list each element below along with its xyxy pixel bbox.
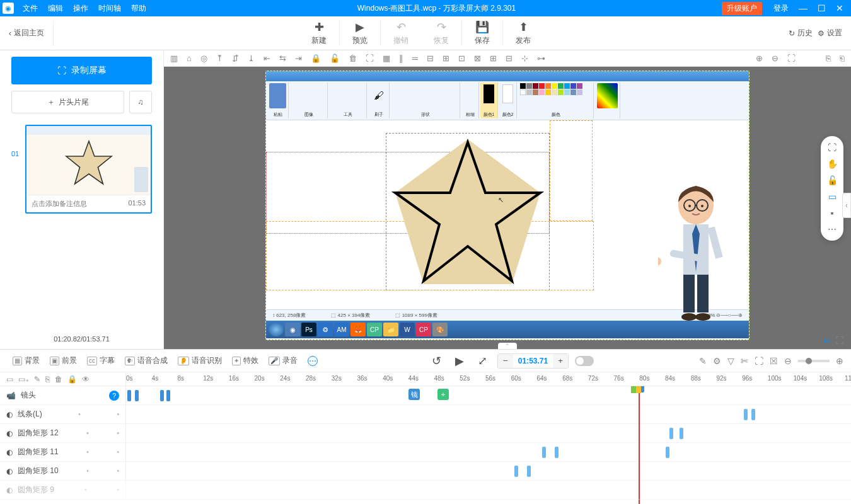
- rewind-button[interactable]: ↺: [428, 354, 445, 368]
- dist4-icon[interactable]: ⊠: [474, 54, 481, 63]
- spacing-v-icon[interactable]: ═: [412, 54, 418, 63]
- add-marker[interactable]: +: [437, 389, 449, 400]
- menu-action[interactable]: 操作: [68, 3, 93, 14]
- clip[interactable]: [555, 447, 559, 458]
- clip[interactable]: [669, 428, 673, 439]
- clip[interactable]: [666, 447, 669, 458]
- preview-button[interactable]: ▶预览: [340, 20, 380, 46]
- clip[interactable]: [514, 466, 518, 477]
- subtitle-button[interactable]: cc字幕: [82, 350, 120, 372]
- camera-marker[interactable]: 镜: [408, 389, 420, 400]
- dist1-icon[interactable]: ⊟: [427, 54, 434, 63]
- play-button[interactable]: ▶: [451, 354, 468, 368]
- lock-icon[interactable]: 🔒: [311, 54, 321, 63]
- dist2-icon[interactable]: ⊞: [443, 54, 449, 63]
- corner-fit-icon[interactable]: ⛶: [835, 336, 843, 345]
- t-icon5[interactable]: 🗑: [55, 375, 62, 384]
- align-top-icon[interactable]: ⤒: [216, 54, 223, 63]
- grid1-icon[interactable]: ▦: [383, 54, 390, 63]
- delete-icon[interactable]: 🗑: [349, 54, 357, 63]
- clip[interactable]: [744, 409, 748, 420]
- undo-button[interactable]: ↶撤销: [381, 20, 421, 46]
- back-button[interactable]: ‹ 返回主页: [0, 28, 53, 38]
- del-icon[interactable]: ☒: [770, 356, 778, 366]
- dist6-icon[interactable]: ⊟: [506, 54, 512, 63]
- more-icon[interactable]: ⋯: [828, 224, 837, 234]
- dist7-icon[interactable]: ⊹: [521, 54, 528, 63]
- home-icon[interactable]: ⌂: [187, 54, 192, 63]
- menu-edit[interactable]: 编辑: [43, 3, 68, 14]
- filter-icon[interactable]: ▽: [727, 356, 734, 366]
- record-screen-button[interactable]: ⛶录制屏幕: [11, 57, 152, 84]
- help-icon[interactable]: ?: [109, 391, 119, 401]
- time-plus-button[interactable]: +: [553, 354, 568, 368]
- menu-help[interactable]: 帮助: [126, 3, 151, 14]
- screen-icon[interactable]: ▭: [828, 192, 837, 202]
- zoom-out-icon[interactable]: ⊖: [772, 54, 779, 63]
- scene-thumbnail[interactable]: 01 点击添加备注信息 01:53: [11, 125, 152, 214]
- fit-icon[interactable]: ⛶: [787, 54, 796, 63]
- target-icon[interactable]: ◎: [200, 54, 207, 63]
- unlock-icon[interactable]: 🔓: [330, 54, 340, 63]
- maximize-icon[interactable]: ☐: [813, 3, 831, 13]
- fullscreen-icon[interactable]: ⛶: [828, 142, 837, 152]
- fx-button[interactable]: ✦特效: [227, 350, 263, 372]
- align-left-icon[interactable]: ⇤: [263, 54, 270, 63]
- new-button[interactable]: ✚新建: [299, 20, 339, 46]
- upgrade-button[interactable]: 升级账户: [722, 2, 762, 15]
- timeline-ruler[interactable]: 0s4s8s12s16s20s24s28s32s36s40s44s48s52s5…: [126, 372, 851, 386]
- canvas-frame[interactable]: 粘贴 图像 工具 🖌刷子 形状 粗细 颜色1 颜色2 颜色: [265, 71, 750, 340]
- align-bottom-icon[interactable]: ⤓: [248, 54, 255, 63]
- clip[interactable]: [135, 390, 139, 401]
- asr-button[interactable]: 👂语音识别: [173, 350, 227, 372]
- clip[interactable]: [680, 428, 683, 439]
- clip[interactable]: [166, 390, 170, 401]
- snap-toggle[interactable]: [575, 356, 594, 366]
- t-icon3[interactable]: ✎: [34, 375, 40, 384]
- t-icon7[interactable]: 👁: [82, 375, 90, 384]
- bg-button[interactable]: ▦背景: [8, 350, 45, 372]
- zoom-in-icon[interactable]: ⊕: [756, 54, 763, 63]
- music-button[interactable]: ♫: [129, 91, 152, 113]
- redo-button[interactable]: ↷恢复: [421, 20, 461, 46]
- history-button[interactable]: ↻历史: [789, 28, 813, 38]
- time-minus-button[interactable]: −: [498, 354, 513, 368]
- head-tail-button[interactable]: ＋片头片尾: [11, 91, 124, 113]
- fg-button[interactable]: ▣前景: [45, 350, 82, 372]
- paste-icon[interactable]: ⎗: [840, 54, 845, 63]
- expand-button[interactable]: ⤢: [474, 354, 491, 368]
- login-button[interactable]: 登录: [768, 3, 794, 14]
- clip[interactable]: [751, 409, 755, 420]
- minimize-icon[interactable]: —: [794, 3, 813, 13]
- clip[interactable]: [160, 390, 164, 401]
- save-button[interactable]: 💾保存: [462, 20, 502, 46]
- dist3-icon[interactable]: ⊡: [458, 54, 465, 63]
- zoom-in2-icon[interactable]: ⊕: [836, 356, 843, 366]
- menu-file[interactable]: 文件: [18, 3, 43, 14]
- align-hcenter-icon[interactable]: ⇆: [279, 54, 286, 63]
- unlock2-icon[interactable]: 🔓: [827, 175, 838, 185]
- align-right-icon[interactable]: ⇥: [295, 54, 302, 63]
- screen2-icon[interactable]: ▪: [831, 208, 834, 218]
- crop-icon[interactable]: ⛶: [366, 54, 374, 63]
- adjust-icon[interactable]: ⚙: [713, 356, 721, 366]
- zoom-out2-icon[interactable]: ⊖: [784, 356, 792, 366]
- clip[interactable]: [527, 466, 531, 477]
- copy-icon[interactable]: ⎘: [826, 54, 831, 63]
- record-audio-button[interactable]: 🎤录音: [263, 350, 303, 372]
- hand-icon[interactable]: ✋: [827, 159, 838, 169]
- menu-timeline[interactable]: 时间轴: [93, 3, 126, 14]
- publish-button[interactable]: ⬆发布: [503, 20, 543, 46]
- t-icon4[interactable]: ⎘: [45, 375, 50, 384]
- layers-icon[interactable]: ▥: [170, 54, 178, 63]
- t-icon1[interactable]: ▭: [6, 375, 13, 384]
- cut-icon[interactable]: ✄: [741, 356, 748, 366]
- t-icon6[interactable]: 🔒: [67, 375, 77, 384]
- edge-expand-tab[interactable]: ‹: [842, 193, 851, 218]
- corner-screen-icon[interactable]: ▭: [824, 336, 831, 345]
- dist5-icon[interactable]: ⊞: [490, 54, 497, 63]
- clip[interactable]: [127, 390, 131, 401]
- more-button[interactable]: ⋯: [303, 350, 323, 372]
- close-icon[interactable]: ✕: [831, 3, 848, 13]
- edit-icon[interactable]: ✎: [699, 356, 707, 366]
